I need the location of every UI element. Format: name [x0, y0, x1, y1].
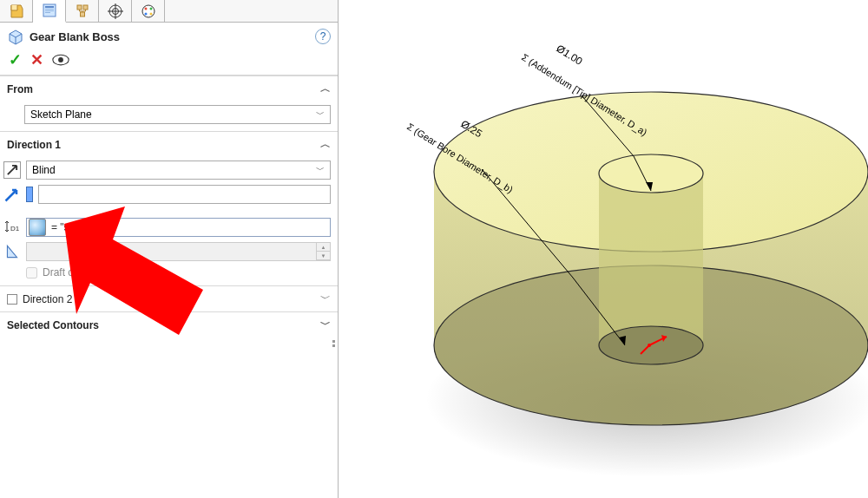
features-tree-icon — [9, 3, 24, 19]
target-icon — [108, 3, 123, 19]
reverse-direction-button[interactable] — [3, 161, 21, 179]
feature-title-bar: Gear Blank Boss ? — [0, 23, 338, 49]
svg-text:D1: D1 — [10, 225, 20, 233]
svg-rect-7 — [80, 12, 84, 16]
ok-button[interactable]: ✓ — [9, 50, 22, 69]
svg-text:Ø1.00: Ø1.00 — [554, 43, 584, 68]
svg-point-13 — [144, 8, 147, 10]
palette-icon — [141, 3, 156, 19]
reverse-arrow-icon — [4, 162, 20, 178]
cancel-button[interactable]: ✕ — [30, 50, 43, 69]
tab-appearance[interactable] — [132, 0, 165, 23]
svg-rect-2 — [45, 9, 54, 10]
chevron-down-icon: ﹀ — [316, 164, 325, 176]
svg-rect-3 — [45, 10, 54, 11]
tab-configuration-manager[interactable] — [66, 0, 99, 23]
from-section: From ︿ Sketch Plane ﹀ — [0, 75, 338, 131]
depth-input[interactable] — [48, 219, 330, 236]
from-label: From — [7, 83, 33, 95]
direction1-label: Direction 1 — [7, 139, 61, 151]
svg-rect-6 — [83, 5, 88, 10]
global-variable-icon[interactable] — [29, 219, 46, 236]
property-manager-icon — [42, 3, 57, 18]
extrude-boss-icon — [7, 28, 24, 45]
selected-contours-section-header[interactable]: Selected Contours ﹀ — [0, 311, 338, 337]
tab-property-manager[interactable] — [33, 0, 66, 23]
depth-d1-icon: D1 — [3, 219, 21, 236]
draft-outward-checkbox[interactable] — [26, 267, 37, 278]
end-condition-value: Blind — [32, 164, 56, 176]
direction-vector-field[interactable] — [38, 185, 331, 204]
direction-vector-icon — [3, 186, 21, 203]
chevron-up-icon: ︿ — [320, 82, 331, 96]
direction2-section-header[interactable]: Direction 2 ﹀ — [0, 285, 338, 311]
panel-resize-grip[interactable] — [331, 338, 338, 349]
chevron-down-icon: ﹀ — [320, 292, 331, 306]
svg-point-18 — [58, 57, 63, 62]
tab-dimxpert[interactable] — [99, 0, 132, 23]
draft-outward-label: Draft outward — [43, 266, 105, 278]
detailed-preview-button[interactable] — [52, 54, 69, 66]
confirm-row: ✓ ✕ — [0, 49, 338, 75]
svg-rect-1 — [45, 6, 54, 8]
direction-selection-indicator — [26, 187, 33, 202]
from-dropdown[interactable]: Sketch Plane ﹀ — [24, 105, 331, 124]
draft-angle-stepper[interactable]: ▲▼ — [316, 243, 330, 260]
from-section-header[interactable]: From ︿ — [0, 76, 338, 102]
chevron-up-icon: ︿ — [320, 137, 331, 152]
panel-tab-strip — [0, 0, 338, 23]
feature-name: Gear Blank Boss — [30, 30, 315, 43]
svg-point-15 — [149, 13, 152, 16]
chevron-down-icon: ﹀ — [316, 108, 325, 121]
svg-point-12 — [142, 5, 155, 17]
configuration-manager-icon — [75, 3, 90, 19]
svg-point-23 — [648, 344, 651, 347]
selected-contours-label: Selected Contours — [7, 319, 99, 331]
direction1-section-header[interactable]: Direction 1 ︿ — [0, 132, 338, 157]
svg-point-16 — [144, 13, 147, 16]
direction2-label: Direction 2 — [23, 293, 72, 305]
outer-diameter-value: Ø1.00 — [554, 43, 584, 68]
draft-angle-icon — [3, 243, 21, 260]
model-scene: Ø1.00 Σ (Addendum [Tip] Diameter, D_a) Ø… — [339, 0, 868, 498]
end-condition-dropdown[interactable]: Blind ﹀ — [26, 161, 331, 180]
depth-input-wrapper — [26, 218, 331, 237]
from-value: Sketch Plane — [30, 108, 92, 121]
property-manager-panel: Gear Blank Boss ? ✓ ✕ From ︿ Sketch Plan… — [0, 0, 339, 498]
help-button[interactable]: ? — [315, 29, 331, 44]
draft-angle-field[interactable]: ▲▼ — [26, 242, 331, 261]
direction2-checkbox[interactable] — [7, 294, 17, 305]
svg-rect-4 — [45, 12, 50, 13]
direction1-section: Direction 1 ︿ Blind ﹀ — [0, 131, 338, 285]
graphics-viewport[interactable]: Ø1.00 Σ (Addendum [Tip] Diameter, D_a) Ø… — [339, 0, 868, 498]
chevron-down-icon: ﹀ — [320, 318, 331, 332]
svg-point-14 — [149, 8, 152, 10]
svg-rect-5 — [77, 5, 82, 10]
tab-features[interactable] — [0, 0, 33, 23]
